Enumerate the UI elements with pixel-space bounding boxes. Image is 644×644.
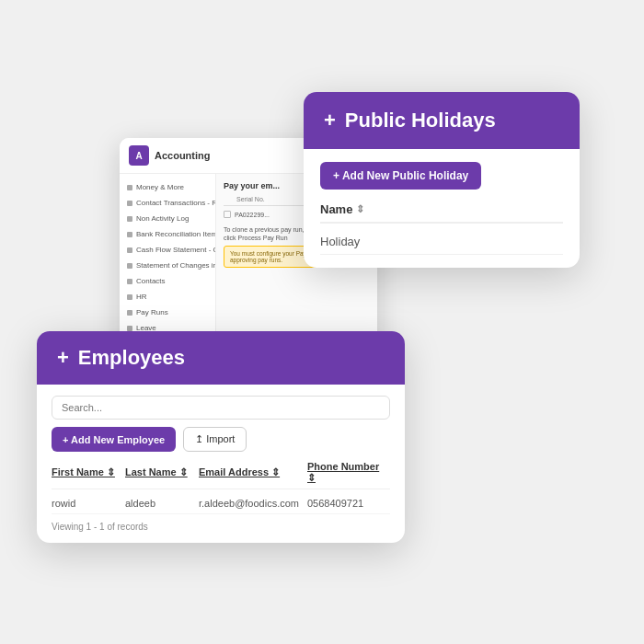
emp-td-phone: 0568409721 bbox=[307, 498, 390, 509]
sidebar-dot bbox=[127, 279, 132, 284]
emp-th-email[interactable]: Email Address ⇕ bbox=[199, 461, 307, 484]
emp-th-lastname[interactable]: Last Name ⇕ bbox=[125, 461, 199, 484]
sidebar-dot bbox=[127, 310, 132, 316]
ph-plus-icon: + bbox=[324, 110, 336, 131]
emp-td-email: r.aldeeb@foodics.com bbox=[199, 498, 307, 509]
emp-td-firstname: rowid bbox=[52, 498, 125, 509]
emp-td-lastname: aldeeb bbox=[125, 498, 199, 509]
employees-body: + Add New Employee ↥ Import First Name ⇕… bbox=[37, 385, 405, 543]
sidebar-item-statement[interactable]: Statement of Changes in ... bbox=[120, 258, 215, 273]
sidebar-dot bbox=[127, 294, 132, 300]
sidebar-item-bank[interactable]: Bank Reconciliation Item... bbox=[120, 226, 215, 242]
sidebar-dot bbox=[127, 263, 132, 269]
public-holidays-body: + Add New Public Holiday Name ⇕ Holiday bbox=[304, 149, 580, 268]
sidebar-item-hr[interactable]: HR bbox=[120, 289, 215, 305]
sidebar-item-contact[interactable]: Contact Transactions - R... bbox=[120, 195, 215, 211]
sidebar-item-activity[interactable]: Non Activity Log bbox=[120, 211, 215, 226]
acct-col-check bbox=[224, 196, 236, 202]
employees-card: + Employees + Add New Employee ↥ Import … bbox=[37, 331, 405, 543]
sidebar-dot bbox=[127, 326, 132, 331]
emp-th-phone[interactable]: Phone Number ⇕ bbox=[307, 461, 390, 484]
ph-sort-icon[interactable]: ⇕ bbox=[356, 203, 364, 215]
sidebar-item-cashflow[interactable]: Cash Flow Statement - O... bbox=[120, 242, 215, 258]
sidebar-dot bbox=[127, 232, 132, 237]
employees-header: + Employees bbox=[37, 331, 405, 385]
emp-table-header-row: First Name ⇕ Last Name ⇕ Email Address ⇕… bbox=[52, 461, 390, 489]
employees-table: First Name ⇕ Last Name ⇕ Email Address ⇕… bbox=[52, 461, 390, 514]
sidebar-dot bbox=[127, 247, 132, 253]
sidebar-item-payruns[interactable]: Pay Runs bbox=[120, 305, 215, 320]
emp-plus-icon: + bbox=[57, 346, 69, 370]
public-holidays-header: + Public Holidays bbox=[304, 92, 580, 149]
emp-th-firstname[interactable]: First Name ⇕ bbox=[52, 461, 125, 484]
employees-footer: Viewing 1 - 1 of records bbox=[52, 522, 390, 532]
acct-checkbox[interactable] bbox=[224, 211, 231, 218]
ph-table-header: Name ⇕ bbox=[320, 202, 563, 224]
ph-column-name: Name ⇕ bbox=[320, 202, 364, 216]
employees-actions: + Add New Employee ↥ Import bbox=[52, 427, 390, 452]
add-new-public-holiday-button[interactable]: + Add New Public Holiday bbox=[320, 162, 481, 190]
sidebar-dot bbox=[127, 216, 132, 222]
import-button[interactable]: ↥ Import bbox=[183, 427, 247, 452]
employees-title: Employees bbox=[78, 346, 185, 370]
accounting-title: Accounting bbox=[155, 150, 211, 161]
sidebar-item-money[interactable]: Money & More bbox=[120, 179, 215, 195]
public-holidays-title: Public Holidays bbox=[345, 109, 496, 132]
sidebar-dot bbox=[127, 201, 132, 206]
sidebar-item-contacts[interactable]: Contacts bbox=[120, 273, 215, 289]
sidebar-dot bbox=[127, 185, 132, 190]
public-holidays-card: + Public Holidays + Add New Public Holid… bbox=[304, 92, 580, 268]
accounting-logo: A bbox=[129, 145, 149, 166]
add-new-employee-button[interactable]: + Add New Employee bbox=[52, 427, 176, 452]
search-input[interactable] bbox=[52, 396, 390, 420]
table-row: rowid aldeeb r.aldeeb@foodics.com 056840… bbox=[52, 493, 390, 514]
ph-table-row: Holiday bbox=[320, 229, 563, 255]
